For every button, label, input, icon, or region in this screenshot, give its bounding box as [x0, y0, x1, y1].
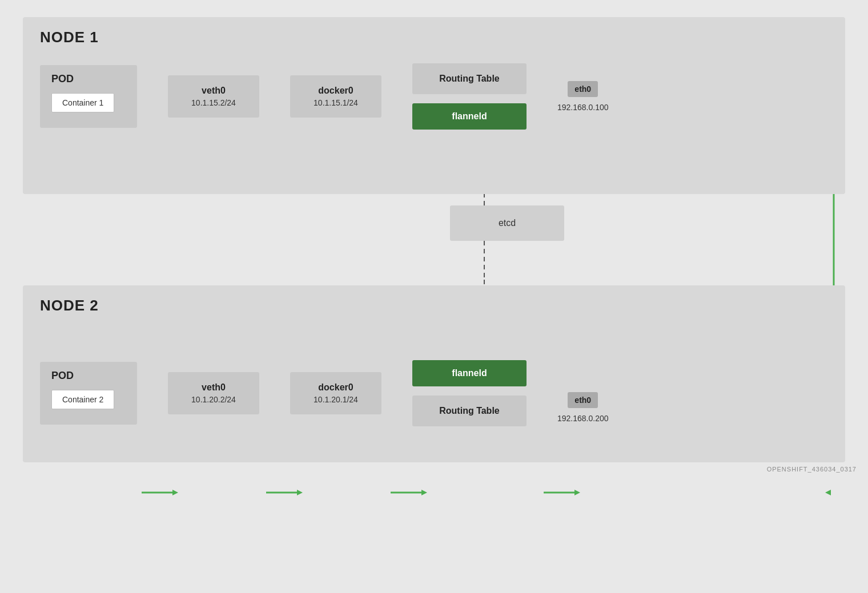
- node1-label: NODE 1: [40, 29, 828, 46]
- node2-component-row: POD Container 2 veth0 10.1.20.2/24 docke…: [40, 360, 609, 426]
- node1-container: Container 1: [51, 93, 114, 112]
- node2-eth0-ip: 192.168.0.200: [557, 414, 609, 423]
- node2-pod-box: POD Container 2: [40, 362, 137, 425]
- node1-eth0-section: eth0 192.168.0.100: [557, 81, 609, 112]
- node1-veth0-subtitle: 10.1.15.2/24: [176, 98, 251, 107]
- node1-routing-table-box: Routing Table: [412, 63, 527, 94]
- node1-eth0-badge: eth0: [568, 81, 598, 97]
- node2-docker0-title: docker0: [298, 382, 373, 393]
- node2-eth0-badge: eth0: [568, 392, 598, 408]
- node1-pod-box: POD Container 1: [40, 65, 137, 128]
- node2-docker0-subtitle: 10.1.20.1/24: [298, 395, 373, 404]
- node1-component-row: POD Container 1 veth0 10.1.15.2/24 docke…: [40, 63, 828, 130]
- node2-flanneld-label: flanneld: [452, 368, 487, 378]
- node1-docker0-title: docker0: [298, 86, 373, 96]
- node1-routing-section: Routing Table flanneld: [412, 63, 527, 130]
- node2-routing-table-box: Routing Table: [412, 396, 527, 426]
- svg-marker-23: [574, 490, 580, 495]
- node2-veth0-subtitle: 10.1.20.2/24: [176, 395, 251, 404]
- node2-veth0-box: veth0 10.1.20.2/24: [168, 372, 259, 414]
- node1-box: NODE 1 POD Container 1 veth0 10.1.15.2/2…: [23, 17, 845, 194]
- node2-box: NODE 2 POD Container 2 veth0 10.1.20.2/2…: [23, 285, 845, 462]
- node2-routing-section: flanneld Routing Table: [412, 360, 527, 426]
- node1-docker0-subtitle: 10.1.15.1/24: [298, 98, 373, 107]
- node1-routing-table-label: Routing Table: [420, 74, 519, 84]
- node2-routing-table-label: Routing Table: [420, 406, 519, 416]
- node2-flanneld-box: flanneld: [412, 360, 527, 386]
- node1-veth0-title: veth0: [176, 86, 251, 96]
- node1-flanneld-box: flanneld: [412, 103, 527, 130]
- node2-rows: POD Container 2 veth0 10.1.20.2/24 docke…: [40, 332, 828, 426]
- svg-marker-24: [825, 490, 831, 495]
- node2-veth0-title: veth0: [176, 382, 251, 393]
- node2-pod-label: POD: [51, 370, 74, 382]
- node2-container: Container 2: [51, 390, 114, 409]
- node2-eth0-section: eth0 192.168.0.200: [557, 392, 609, 423]
- svg-marker-21: [421, 490, 427, 495]
- node2-docker0-box: docker0 10.1.20.1/24: [290, 372, 381, 414]
- etcd-box: etcd: [450, 205, 564, 241]
- node1-pod-label: POD: [51, 73, 74, 85]
- svg-marker-17: [172, 490, 178, 495]
- node1-docker0-box: docker0 10.1.15.1/24: [290, 75, 381, 118]
- gap-section: etcd: [23, 194, 845, 285]
- copyright: OPENSHIFT_436034_0317: [767, 466, 857, 473]
- svg-marker-19: [297, 490, 303, 495]
- node1-veth0-box: veth0 10.1.15.2/24: [168, 75, 259, 118]
- node2-label: NODE 2: [40, 297, 828, 314]
- etcd-label: etcd: [499, 218, 516, 228]
- node1-eth0-ip: 192.168.0.100: [557, 103, 609, 112]
- node1-flanneld-label: flanneld: [452, 111, 487, 121]
